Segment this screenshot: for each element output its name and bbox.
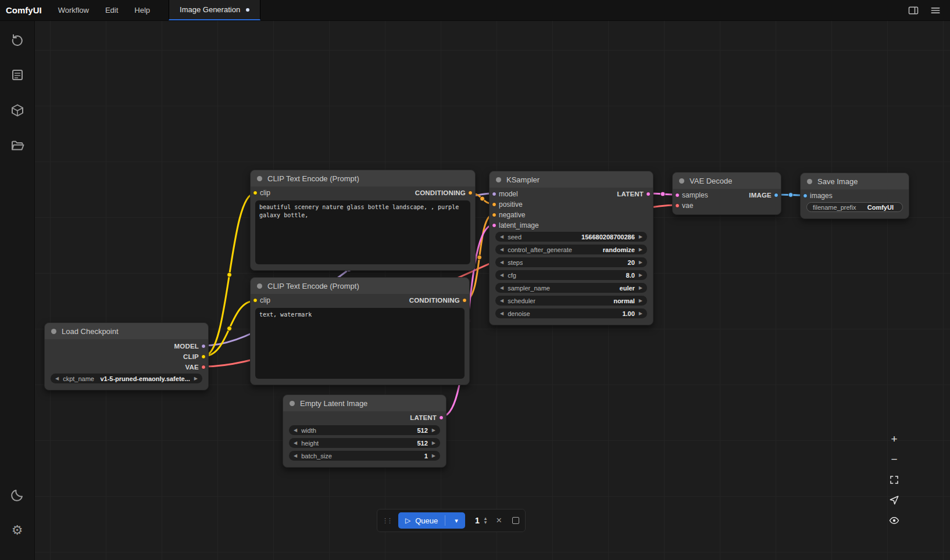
node-header[interactable]: CLIP Text Encode (Prompt)	[251, 278, 469, 294]
input-slot-clip[interactable]	[253, 191, 258, 195]
filename-prefix-widget[interactable]: filename_prefix ComfyUI	[806, 202, 903, 212]
widget-prev-icon[interactable]: ◀	[294, 441, 297, 446]
node-header[interactable]: Empty Latent Image	[283, 395, 446, 411]
widget-next-icon[interactable]: ▶	[639, 273, 642, 278]
batch-count-value[interactable]: 1	[473, 516, 481, 525]
output-slot-conditioning[interactable]	[468, 191, 473, 195]
widget-next-icon[interactable]: ▶	[639, 235, 642, 239]
input-slot-images[interactable]	[803, 193, 808, 198]
queue-options-chevron-icon[interactable]: ▾	[450, 517, 463, 525]
control-after-generate-widget[interactable]: ◀ control_after_generate randomize ▶	[495, 245, 647, 254]
widget-next-icon[interactable]: ▶	[639, 260, 642, 265]
prompt-text-area[interactable]: beautiful scenery nature glass bottle la…	[255, 200, 470, 264]
zoom-out-button[interactable]: −	[886, 451, 902, 468]
node-empty-latent-image[interactable]: Empty Latent Image LATENT ◀ width 512 ▶ …	[283, 394, 447, 468]
steps-widget[interactable]: ◀ steps 20 ▶	[495, 257, 647, 267]
input-slot-positive[interactable]	[492, 202, 497, 207]
output-slot-latent[interactable]	[646, 192, 651, 196]
denoise-widget[interactable]: ◀ denoise 1.00 ▶	[495, 308, 647, 318]
collapse-toggle-dot[interactable]	[257, 283, 262, 289]
menu-item-help[interactable]: Help	[126, 0, 158, 20]
node-save-image[interactable]: Save Image images filename_prefix ComfyU…	[800, 173, 909, 219]
fit-view-button[interactable]	[886, 472, 902, 488]
node-header[interactable]: KSampler	[490, 171, 653, 188]
input-slot-negative[interactable]	[492, 213, 497, 217]
widget-prev-icon[interactable]: ◀	[500, 235, 503, 239]
widget-prev-icon[interactable]: ◀	[500, 299, 503, 303]
height-widget[interactable]: ◀ height 512 ▶	[289, 438, 440, 448]
tab-image-generation[interactable]: Image Generation	[169, 0, 260, 20]
widget-next-icon[interactable]: ▶	[432, 441, 435, 446]
settings-button[interactable]: ⚙	[7, 520, 28, 541]
node-header[interactable]: Load Checkpoint	[45, 323, 208, 339]
cfg-widget[interactable]: ◀ cfg 8.0 ▶	[495, 270, 647, 280]
toggle-panel-button[interactable]	[907, 4, 920, 17]
toggle-visibility-button[interactable]	[886, 512, 902, 529]
widget-next-icon[interactable]: ▶	[194, 376, 198, 381]
widget-prev-icon[interactable]: ◀	[500, 273, 503, 278]
input-slot-clip[interactable]	[253, 298, 258, 303]
node-header[interactable]: Save Image	[801, 173, 909, 189]
output-slot-model[interactable]	[201, 344, 206, 349]
output-slot-vae[interactable]	[201, 365, 206, 369]
widget-prev-icon[interactable]: ◀	[294, 428, 297, 433]
widget-next-icon[interactable]: ▶	[432, 454, 435, 458]
collapse-toggle-dot[interactable]	[257, 176, 262, 181]
output-slot-conditioning[interactable]	[462, 298, 467, 303]
output-slot-image[interactable]	[774, 193, 778, 198]
node-library-button[interactable]	[7, 64, 28, 85]
widget-prev-icon[interactable]: ◀	[55, 376, 59, 381]
input-slot-model[interactable]	[492, 192, 497, 196]
width-widget[interactable]: ◀ width 512 ▶	[289, 425, 440, 435]
collapse-toggle-dot[interactable]	[679, 178, 684, 184]
collapse-toggle-dot[interactable]	[496, 177, 501, 182]
widget-prev-icon[interactable]: ◀	[500, 311, 503, 316]
node-clip-text-encode-positive[interactable]: CLIP Text Encode (Prompt) clip CONDITION…	[250, 170, 476, 271]
collapse-toggle-dot[interactable]	[807, 179, 812, 184]
drag-handle-icon[interactable]: ⋮⋮	[381, 517, 392, 525]
widget-prev-icon[interactable]: ◀	[500, 286, 503, 290]
workflows-browser-button[interactable]	[7, 135, 28, 156]
menu-item-workflow[interactable]: Workflow	[50, 0, 97, 20]
prompt-text-area[interactable]: text, watermark	[255, 308, 465, 379]
seed-widget[interactable]: ◀ seed 156680208700286 ▶	[495, 232, 647, 242]
menu-item-edit[interactable]: Edit	[97, 0, 126, 20]
stop-queue-icon[interactable]	[512, 517, 519, 524]
node-clip-text-encode-negative[interactable]: CLIP Text Encode (Prompt) clip CONDITION…	[250, 277, 470, 385]
ckpt-name-widget[interactable]: ◀ ckpt_name v1-5-pruned-emaonly.safete..…	[51, 374, 202, 383]
output-slot-clip[interactable]	[201, 354, 206, 359]
batch-size-widget[interactable]: ◀ batch_size 1 ▶	[289, 451, 440, 461]
input-slot-latent-image[interactable]	[492, 223, 497, 228]
queue-button[interactable]: ▷ Queue ▾	[398, 512, 465, 529]
output-slot-latent[interactable]	[439, 415, 444, 420]
input-slot-vae[interactable]	[675, 203, 680, 208]
input-slot-samples[interactable]	[675, 193, 680, 198]
model-library-button[interactable]	[7, 100, 28, 121]
node-header[interactable]: CLIP Text Encode (Prompt)	[251, 170, 475, 186]
workflow-history-button[interactable]	[7, 29, 28, 50]
collapse-toggle-dot[interactable]	[290, 401, 295, 406]
node-graph-canvas[interactable]	[0, 0, 950, 560]
widget-next-icon[interactable]: ▶	[639, 299, 642, 303]
widget-next-icon[interactable]: ▶	[639, 247, 642, 252]
node-header[interactable]: VAE Decode	[673, 173, 781, 189]
scheduler-widget[interactable]: ◀ scheduler normal ▶	[495, 296, 647, 306]
theme-toggle-button[interactable]	[7, 484, 28, 505]
select-mode-button[interactable]	[886, 492, 902, 508]
widget-prev-icon[interactable]: ◀	[294, 454, 297, 458]
zoom-in-button[interactable]: +	[886, 431, 902, 447]
collapse-toggle-dot[interactable]	[51, 329, 56, 334]
node-load-checkpoint[interactable]: Load Checkpoint MODEL CLIP VAE ◀ ckpt_na…	[44, 322, 209, 390]
batch-decrement-icon[interactable]: ▾	[484, 520, 487, 525]
widget-prev-icon[interactable]: ◀	[500, 247, 503, 252]
node-vae-decode[interactable]: VAE Decode samples IMAGE vae	[672, 172, 781, 215]
widget-next-icon[interactable]: ▶	[639, 286, 642, 290]
widget-next-icon[interactable]: ▶	[639, 311, 642, 316]
widget-next-icon[interactable]: ▶	[432, 428, 435, 433]
main-menu-button[interactable]	[929, 4, 942, 17]
clear-queue-icon[interactable]: ×	[492, 515, 505, 526]
widget-prev-icon[interactable]: ◀	[500, 260, 503, 265]
node-ksampler[interactable]: KSampler model LATENT positive negative …	[489, 171, 653, 325]
app-logo[interactable]: ComfyUI	[0, 0, 50, 20]
sampler-name-widget[interactable]: ◀ sampler_name euler ▶	[495, 283, 647, 293]
